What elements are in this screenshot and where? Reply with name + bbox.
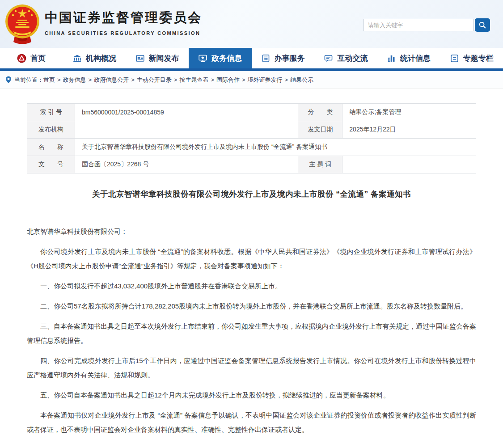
nav-item-label: 新闻发布 bbox=[149, 53, 179, 63]
meta-label-index-no: 索 引 号 bbox=[27, 104, 75, 121]
table-row: 文 号 国合函〔2025〕2268 号 主 题 词 bbox=[27, 156, 476, 173]
nav-item-news[interactable]: 新闻发布 bbox=[126, 48, 189, 68]
breadcrumb-link-catalog[interactable]: 主动公开目录 bbox=[137, 76, 172, 84]
document-meta-table: 索 引 号 bm56000001/2025-00014859 分 类 结果公示;… bbox=[27, 103, 476, 173]
meta-value-keywords bbox=[342, 156, 476, 173]
meta-label-doc-no: 文 号 bbox=[27, 156, 75, 173]
search-button[interactable] bbox=[475, 18, 490, 32]
csrc-logo-icon bbox=[17, 54, 26, 63]
salutation: 北京智谱华章科技股份有限公司： bbox=[27, 224, 476, 239]
location-pin-icon bbox=[5, 76, 12, 84]
nav-item-topics[interactable]: 专题专栏 bbox=[440, 48, 503, 68]
search-icon bbox=[478, 21, 486, 29]
title-divider bbox=[27, 209, 476, 209]
main-nav: 首页 机构概况 新闻发布 bbox=[0, 48, 503, 71]
nav-item-label: 互动交流 bbox=[337, 53, 368, 63]
site-brand: 中国证券监督管理委员会 CHINA SECURITIES REGULATORY … bbox=[45, 9, 202, 36]
breadcrumb-link-results[interactable]: 结果公示 bbox=[290, 76, 313, 84]
document-list-icon bbox=[261, 54, 271, 63]
breadcrumb: 当前位置： 首页 > 政务信息 > 政府信息公开 > 主动公开目录 > 按主题查… bbox=[0, 71, 503, 89]
newspaper-icon bbox=[135, 54, 145, 63]
table-row: 名 称 关于北京智谱华章科技股份有限公司境外发行上市及境内未上市股份 “全流通”… bbox=[27, 139, 476, 156]
nav-item-label: 机构概况 bbox=[86, 53, 116, 63]
breadcrumb-link-intl-coop[interactable]: 国际合作 bbox=[216, 76, 240, 84]
meta-label-issue-date: 发文日期 bbox=[298, 121, 342, 139]
monitor-star-icon bbox=[198, 54, 207, 63]
paragraph-intro: 你公司境外发行上市及境内未上市股份 “全流通”的备案材料收悉。根据《中华人民共和… bbox=[27, 245, 476, 273]
site-header: 中国证券监督管理委员会 CHINA SECURITIES REGULATORY … bbox=[0, 0, 503, 48]
nav-item-label: 办事服务 bbox=[275, 53, 305, 63]
meta-value-index-no: bm56000001/2025-00014859 bbox=[75, 104, 298, 121]
meta-value-doc-no: 国合函〔2025〕2268 号 bbox=[75, 156, 298, 173]
paragraph-item-4: 四、你公司完成境外发行上市后15个工作日内，应通过中国证监会备案管理信息系统报告… bbox=[27, 354, 476, 382]
meta-value-issue-date: 2025年12月22日 bbox=[342, 121, 476, 139]
nav-item-services[interactable]: 办事服务 bbox=[252, 48, 315, 68]
breadcrumb-link-overseas-issue[interactable]: 境外证券发行 bbox=[248, 76, 283, 84]
nav-item-label: 首页 bbox=[30, 53, 46, 63]
paragraph-item-3: 三、自本备案通知书出具之日起至本次境外发行上市结束前，你公司如发生重大事项，应根… bbox=[27, 319, 476, 348]
paragraph-item-1: 一、你公司拟发行不超过43,032,400股境外上市普通股并在香港联合交易所上市… bbox=[27, 279, 476, 293]
meta-label-keywords: 主 题 词 bbox=[298, 156, 342, 173]
nav-item-label: 专题专栏 bbox=[463, 53, 494, 63]
nav-item-label: 统计信息 bbox=[400, 53, 431, 63]
search-box bbox=[364, 18, 490, 32]
meta-label-category: 分 类 bbox=[298, 104, 342, 121]
nav-item-home[interactable]: 首页 bbox=[0, 48, 63, 68]
meta-value-issuing-org bbox=[75, 121, 298, 139]
bar-chart-icon bbox=[387, 54, 396, 63]
breadcrumb-prefix: 当前位置： bbox=[14, 76, 43, 84]
national-emblem-logo bbox=[4, 4, 40, 45]
breadcrumb-link-home[interactable]: 首页 bbox=[43, 76, 55, 84]
breadcrumb-link-gov-info[interactable]: 政务信息 bbox=[63, 76, 86, 84]
meta-value-name: 关于北京智谱华章科技股份有限公司境外发行上市及境内未上市股份 “全流通” 备案通… bbox=[75, 139, 476, 156]
org-name-cn: 中国证券监督管理委员会 bbox=[45, 9, 202, 27]
table-row: 索 引 号 bm56000001/2025-00014859 分 类 结果公示;… bbox=[27, 104, 476, 121]
search-input[interactable] bbox=[364, 19, 473, 31]
document-page: 索 引 号 bm56000001/2025-00014859 分 类 结果公示;… bbox=[0, 103, 503, 437]
org-name-en: CHINA SECURITIES REGULATORY COMMISSION bbox=[45, 30, 202, 36]
nav-item-gov-info[interactable]: 政务信息 bbox=[189, 48, 252, 68]
meta-value-category: 结果公示;备案管理 bbox=[342, 104, 476, 121]
nav-item-label: 政务信息 bbox=[211, 53, 242, 63]
journal-icon bbox=[450, 54, 459, 63]
bank-icon bbox=[72, 54, 82, 63]
table-row: 发布机构 发文日期 2025年12月22日 bbox=[27, 121, 476, 139]
document-body: 北京智谱华章科技股份有限公司： 你公司境外发行上市及境内未上市股份 “全流通”的… bbox=[27, 224, 476, 437]
meta-label-name: 名 称 bbox=[27, 139, 75, 156]
paragraph-item-5: 五、你公司自本备案通知书出具之日起12个月内未完成境外发行上市及股份转换，拟继续… bbox=[27, 388, 476, 402]
breadcrumb-link-by-topic[interactable]: 按主题查看 bbox=[179, 76, 208, 84]
nav-item-statistics[interactable]: 统计信息 bbox=[377, 48, 440, 68]
paragraph-item-2: 二、你公司57名股东拟将所持合计178,282,205股境内未上市股份转为境外上… bbox=[27, 299, 476, 313]
meta-label-issuing-org: 发布机构 bbox=[27, 121, 75, 139]
page-title: 关于北京智谱华章科技股份有限公司境外发行上市及境内未上市股份 “全流通” 备案通… bbox=[27, 189, 476, 199]
paragraph-disclaimer: 本备案通知书仅对企业境外发行上市及 “全流通” 备案信息予以确认，不表明中国证监… bbox=[27, 408, 476, 437]
nav-item-interaction[interactable]: 互动交流 bbox=[314, 48, 377, 68]
nav-item-about[interactable]: 机构概况 bbox=[63, 48, 126, 68]
chat-bubble-icon bbox=[324, 54, 333, 63]
breadcrumb-link-disclosure[interactable]: 政府信息公开 bbox=[94, 76, 129, 84]
